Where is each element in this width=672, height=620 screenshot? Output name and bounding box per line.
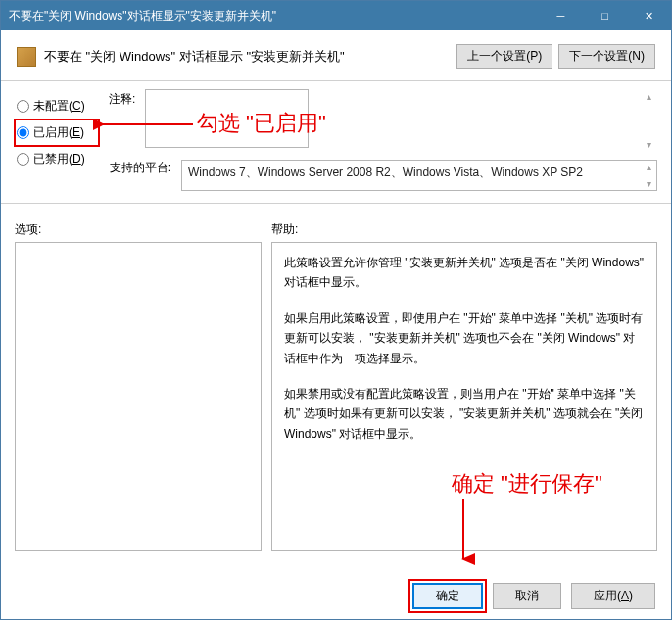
- prev-setting-button[interactable]: 上一个设置(P): [456, 44, 552, 69]
- radio-not-configured-label: 未配置(C): [33, 98, 85, 115]
- comment-textarea[interactable]: [145, 89, 309, 148]
- radio-disabled-label: 已禁用(D): [33, 151, 85, 167]
- radio-enabled-label: 已启用(E): [33, 124, 84, 141]
- comment-label: 注释:: [109, 89, 135, 152]
- window-title: 不要在"关闭 Windows"对话框显示"安装更新并关机": [9, 8, 539, 24]
- policy-editor-window: 不要在"关闭 Windows"对话框显示"安装更新并关机" ─ □ ✕ 不要在 …: [0, 0, 672, 620]
- platform-row: 支持的平台: Windows 7、Windows Server 2008 R2、…: [109, 160, 657, 191]
- help-box: 此策略设置允许你管理 "安装更新并关机" 选项是否在 "关闭 Windows" …: [271, 242, 657, 551]
- platform-label: 支持的平台:: [109, 160, 171, 176]
- titlebar: 不要在"关闭 Windows"对话框显示"安装更新并关机" ─ □ ✕: [1, 1, 671, 30]
- state-radios: 未配置(C) 已启用(E) 已禁用(D): [15, 89, 99, 191]
- cancel-button[interactable]: 取消: [493, 583, 561, 609]
- comment-row: 注释: ▴ ▾: [109, 89, 657, 152]
- apply-button[interactable]: 应用(A): [571, 583, 655, 609]
- header-row: 不要在 "关闭 Windows" 对话框显示 "安装更新并关机" 上一个设置(P…: [1, 30, 671, 76]
- nav-buttons: 上一个设置(P) 下一个设置(N): [456, 44, 655, 69]
- radio-not-configured[interactable]: 未配置(C): [15, 93, 99, 119]
- help-paragraph: 如果启用此策略设置，即使用户在 "开始" 菜单中选择 "关机" 选项时有更新可以…: [284, 309, 645, 368]
- next-setting-button[interactable]: 下一个设置(N): [558, 44, 655, 69]
- config-area: 未配置(C) 已启用(E) 已禁用(D) 注释: ▴ ▾ 支持的平台: [1, 89, 671, 191]
- scroll-up-icon: ▴: [642, 91, 655, 102]
- divider: [1, 203, 671, 204]
- help-paragraph: 此策略设置允许你管理 "安装更新并关机" 选项是否在 "关闭 Windows" …: [284, 253, 645, 293]
- minimize-button[interactable]: ─: [539, 1, 583, 30]
- help-paragraph: 如果禁用或没有配置此策略设置，则当用户在 "开始" 菜单中选择 "关机" 选项时…: [284, 384, 645, 444]
- scroll-down-icon: ▾: [642, 178, 655, 189]
- policy-title: 不要在 "关闭 Windows" 对话框显示 "安装更新并关机": [44, 48, 449, 66]
- footer-buttons: 确定 取消 应用(A): [412, 583, 655, 609]
- help-label: 帮助:: [271, 221, 657, 238]
- options-box: [15, 242, 262, 551]
- radio-enabled[interactable]: 已启用(E): [15, 119, 99, 146]
- radio-enabled-input[interactable]: [17, 126, 29, 139]
- scroll-down-icon: ▾: [642, 139, 655, 150]
- scroll-up-icon: ▴: [642, 162, 655, 172]
- radio-disabled[interactable]: 已禁用(D): [15, 146, 99, 172]
- window-controls: ─ □ ✕: [539, 1, 671, 30]
- policy-icon: [17, 47, 36, 67]
- divider: [1, 80, 671, 81]
- help-column: 帮助: 此策略设置允许你管理 "安装更新并关机" 选项是否在 "关闭 Windo…: [271, 221, 657, 551]
- options-column: 选项:: [15, 221, 262, 551]
- maximize-button[interactable]: □: [583, 1, 627, 30]
- close-button[interactable]: ✕: [627, 1, 671, 30]
- radio-disabled-input[interactable]: [17, 153, 29, 166]
- ok-button[interactable]: 确定: [412, 583, 483, 609]
- meta-column: 注释: ▴ ▾ 支持的平台: Windows 7、Windows Server …: [109, 89, 657, 191]
- middle-area: 选项: 帮助: 此策略设置允许你管理 "安装更新并关机" 选项是否在 "关闭 W…: [1, 212, 671, 551]
- platform-box: Windows 7、Windows Server 2008 R2、Windows…: [181, 160, 657, 191]
- options-label: 选项:: [15, 221, 262, 238]
- radio-not-configured-input[interactable]: [17, 100, 29, 113]
